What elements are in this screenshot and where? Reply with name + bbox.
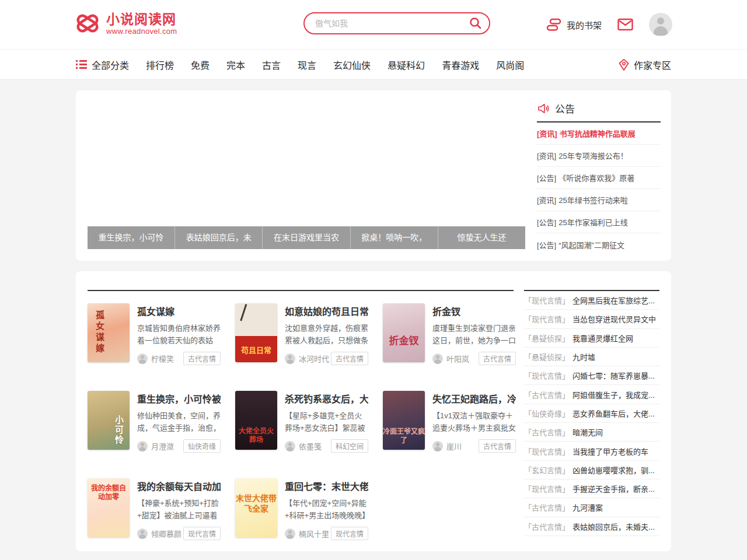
user-avatar[interactable] [649, 13, 672, 36]
nav-modern-romance[interactable]: 现言 [298, 58, 316, 72]
book-cover: 小可怜 [88, 391, 130, 450]
book-author: 冰河时代 [299, 353, 329, 364]
book-desc: 京城皆知勇伯府林家娇养着一位貌若天仙的表姑娘，直 [137, 322, 221, 346]
top-header: 小说阅读网 www.readnovel.com [0, 0, 747, 49]
book-author: 楠风十里 [299, 528, 329, 539]
ranking-item[interactable]: 「现代言情」当怂包穿进现代灵异文中 [524, 310, 659, 328]
ranking-item[interactable]: 「悬疑侦探」九时墟 [524, 348, 659, 366]
carousel-tab-2[interactable]: 表姑娘回京后，未 [174, 226, 262, 249]
nav-completed[interactable]: 完本 [226, 58, 245, 72]
carousel-tab-strip: 重生换宗，小可怜 表姑娘回京后，未 在末日游戏里当农 掀桌！唢呐一吹， 惊蛰无人… [88, 226, 525, 249]
site-url: www.readnovel.com [106, 27, 177, 36]
carousel-tab-1[interactable]: 重生换宗，小可怜 [88, 226, 174, 249]
book-author: 崖川 [446, 440, 462, 452]
book-category-tag[interactable]: 古代言情 [331, 352, 368, 365]
announcement-item[interactable]: [资讯] 25年专项海报公布！ [537, 145, 661, 167]
category-list-icon [76, 60, 87, 69]
search-button[interactable] [469, 16, 483, 30]
book-category-tag[interactable]: 现代言情 [183, 527, 221, 540]
book-cover: 冷面王爷又疯了 [383, 391, 425, 450]
book-card[interactable]: 大佬全员火葬场 杀死钓系恶女后，大 【星际+多雄竞+全员火葬场+恶女洗白】絮蕊被… [235, 391, 368, 453]
announcement-item[interactable]: [公告] 25年作家福利已上线 [537, 211, 661, 233]
nav-youth-games[interactable]: 青春游戏 [442, 58, 479, 72]
author-avatar [432, 354, 443, 364]
ranking-item[interactable]: 「古代言情」暗潮无间 [524, 423, 659, 442]
book-desc: 【神豪+系统+预知+打脸+甜宠】被油腻上司逼着陪 [137, 497, 221, 522]
carousel-tab-5[interactable]: 惊蛰无人生还 [438, 226, 525, 249]
announcement-title: 公告 [555, 101, 575, 116]
announcement-item[interactable]: [资讯] 25年绿书签行动来啦 [537, 189, 661, 211]
nav-fantasy-xianxia[interactable]: 玄幻仙侠 [333, 58, 371, 72]
book-card[interactable]: 折金钗 折金钗 虞瑾重生到凌家登门退亲这日，前世，她为争一口气， 叶阳岚 古代言… [383, 303, 516, 365]
announcement-item[interactable]: [公告] 《听说你喜欢我》原著 [537, 167, 661, 189]
ranking-item[interactable]: 「玄幻言情」凶兽幼崽嘤嘤求抱，驯... [524, 461, 659, 480]
nav-ancient-romance[interactable]: 古言 [262, 58, 281, 72]
my-bookshelf-button[interactable]: 我的书架 [546, 18, 602, 32]
book-title: 折金钗 [432, 303, 516, 318]
hero-section: 重生换宗，小可怜 表姑娘回京后，未 在末日游戏里当农 掀桌！唢呐一吹， 惊蛰无人… [76, 90, 671, 261]
ranking-item[interactable]: 「古代言情」九河漕案 [524, 498, 659, 517]
search-icon [469, 16, 483, 30]
book-cover: 我的余额自动加零 [88, 478, 130, 537]
nav-all-categories[interactable]: 全部分类 [76, 58, 129, 72]
search-input[interactable] [303, 12, 490, 34]
book-card[interactable]: 孤女谋嫁 孤女谋嫁 京城皆知勇伯府林家娇养着一位貌若天仙的表姑娘，直 柠檬笑 古… [88, 303, 221, 365]
nav-ranking[interactable]: 排行榜 [146, 58, 174, 72]
book-title: 重生换宗，小可怜被 [137, 391, 221, 405]
book-desc: 【星际+多雄竞+全员火葬场+恶女洗白】絮蕊被战神 [285, 410, 368, 434]
book-desc: 修仙种田美食，空间，养成，气运金手指，治愈，团 [137, 410, 221, 434]
nav-fashion[interactable]: 风尚阁 [496, 58, 524, 72]
book-category-tag[interactable]: 古代言情 [479, 352, 516, 365]
recommend-section: 孤女谋嫁 孤女谋嫁 京城皆知勇伯府林家娇养着一位貌若天仙的表姑娘，直 柠檬笑 古… [76, 271, 671, 551]
carousel-tab-4[interactable]: 掀桌！唢呐一吹， [350, 226, 438, 249]
pen-nib-icon [618, 58, 630, 71]
book-cover: 苟且日常 [235, 303, 277, 362]
announcement-panel: 公告 [资讯] 书写抗战精神作品联展 [资讯] 25年专项海报公布！ [公告] … [537, 101, 661, 256]
book-category-tag[interactable]: 古代言情 [479, 439, 516, 453]
book-card[interactable]: 冷面王爷又疯了 失忆王妃跑路后，冷 【1v1双洁＋强取豪夺＋追妻火葬场＋男主疯批… [383, 391, 516, 453]
ranking-item[interactable]: 「古代言情」阿姐借腹生子，我成宠... [524, 385, 659, 404]
nav-free[interactable]: 免费 [191, 58, 210, 72]
book-card[interactable]: 末世大佬带飞全家 重回七零：末世大佬 【年代+团宠+空间+异能+科研+男主出场晚… [235, 478, 368, 540]
book-title: 孤女谋嫁 [137, 303, 221, 318]
book-category-tag[interactable]: 科幻空间 [331, 439, 368, 453]
nav-suspense-scifi[interactable]: 悬疑科幻 [388, 58, 425, 72]
author-avatar [137, 528, 148, 539]
book-author: 叶阳岚 [446, 353, 469, 364]
site-logo[interactable]: 小说阅读网 www.readnovel.com [74, 11, 177, 36]
carousel-tab-3[interactable]: 在末日游戏里当农 [262, 226, 350, 249]
ranking-item[interactable]: 「现代言情」全网黑后我在军旅综艺... [524, 291, 659, 310]
my-bookshelf-label: 我的书架 [567, 19, 602, 31]
book-desc: 【年代+团宠+空间+异能+科研+男主出场晚晚晚】 [285, 497, 368, 522]
ranking-item[interactable]: 「现代言情」闪婚七零：随军养崽暴... [524, 366, 659, 385]
megaphone-icon [537, 103, 550, 114]
mail-icon [617, 18, 633, 31]
site-name: 小说阅读网 [106, 12, 177, 27]
author-avatar [285, 441, 295, 452]
book-category-tag[interactable]: 仙侠奇缘 [183, 439, 221, 453]
ranking-item[interactable]: 「古代言情」表姑娘回京后，未婚夫... [524, 517, 659, 536]
announcement-item[interactable]: [资讯] 书写抗战精神作品联展 [537, 123, 661, 145]
ranking-item[interactable]: 「悬疑侦探」我靠通灵爆红全网 [524, 329, 659, 348]
book-category-tag[interactable]: 现代言情 [331, 527, 368, 540]
book-category-tag[interactable]: 古代言情 [183, 352, 221, 365]
ranking-item[interactable]: 「仙侠奇缘」恶女养鱼翻车后，大佬... [524, 404, 659, 423]
messages-button[interactable] [617, 18, 633, 31]
author-avatar [137, 441, 148, 452]
ranking-item[interactable]: 「现代言情」手握逆天金手指，断亲... [524, 480, 659, 498]
book-card[interactable]: 苟且日常 如意姑娘的苟且日常 沈如意意外穿越，伤痕累累被人救起后，只想做条咸鱼 … [235, 303, 368, 365]
ranking-item[interactable]: 「现代言情」当我撞了甲方老板的车 [524, 442, 659, 460]
page: 小说阅读网 www.readnovel.com [0, 0, 747, 560]
search-box [303, 12, 490, 34]
announcement-item[interactable]: [公告] “风起国潮”二期征文 [537, 233, 661, 256]
book-title: 如意姑娘的苟且日常 [285, 303, 368, 318]
main-nav: 全部分类 排行榜 免费 完本 古言 现言 玄幻仙侠 悬疑科幻 青春游戏 风尚阁 … [0, 49, 747, 80]
bookshelf-icon [546, 18, 561, 32]
book-cover: 孤女谋嫁 [88, 303, 130, 362]
book-title: 重回七零：末世大佬 [285, 478, 368, 493]
book-desc: 虞瑾重生到凌家登门退亲这日，前世，她为争一口气， [432, 322, 516, 346]
book-card[interactable]: 小可怜 重生换宗，小可怜被 修仙种田美食，空间，养成，气运金手指，治愈，团 月澄… [88, 391, 221, 453]
book-title: 我的余额每天自动加 [137, 478, 221, 493]
book-card[interactable]: 我的余额自动加零 我的余额每天自动加 【神豪+系统+预知+打脸+甜宠】被油腻上司… [88, 478, 221, 540]
writer-zone-link[interactable]: 作家专区 [618, 58, 671, 72]
